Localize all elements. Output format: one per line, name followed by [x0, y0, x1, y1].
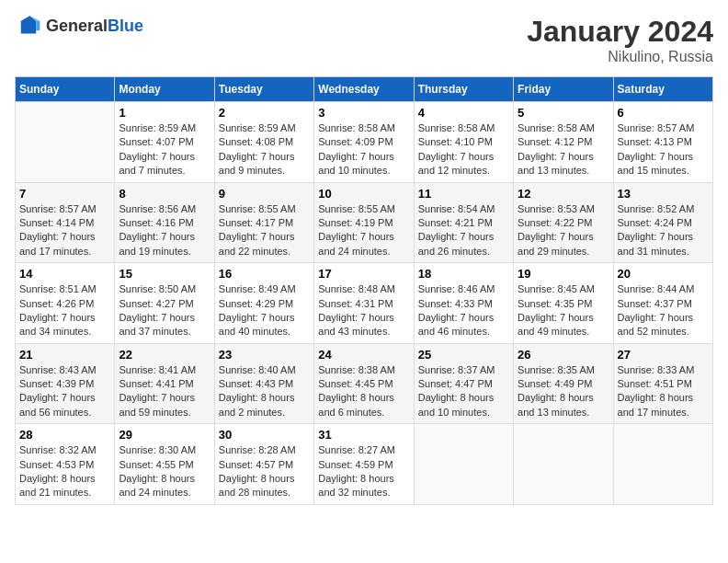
day-number: 26	[518, 348, 609, 362]
week-row-3: 14 Sunrise: 8:51 AM Sunset: 4:26 PM Dayl…	[16, 263, 713, 344]
day-detail: Sunrise: 8:41 AM Sunset: 4:41 PM Dayligh…	[119, 363, 210, 420]
day-cell: 15 Sunrise: 8:50 AM Sunset: 4:27 PM Dayl…	[115, 263, 214, 344]
day-number: 24	[318, 348, 409, 362]
logo-text: GeneralBlue	[46, 17, 143, 36]
weekday-friday: Friday	[514, 77, 613, 102]
day-cell: 26 Sunrise: 8:35 AM Sunset: 4:49 PM Dayl…	[514, 343, 613, 424]
weekday-tuesday: Tuesday	[214, 77, 313, 102]
day-detail: Sunrise: 8:54 AM Sunset: 4:21 PM Dayligh…	[418, 202, 509, 259]
day-number: 12	[518, 187, 609, 201]
day-number: 1	[119, 106, 210, 120]
day-cell: 9 Sunrise: 8:55 AM Sunset: 4:17 PM Dayli…	[214, 182, 313, 263]
day-cell: 11 Sunrise: 8:54 AM Sunset: 4:21 PM Dayl…	[414, 182, 513, 263]
day-number: 29	[119, 428, 210, 442]
day-detail: Sunrise: 8:49 AM Sunset: 4:29 PM Dayligh…	[219, 282, 310, 339]
day-detail: Sunrise: 8:51 AM Sunset: 4:26 PM Dayligh…	[19, 282, 110, 339]
day-detail: Sunrise: 8:46 AM Sunset: 4:33 PM Dayligh…	[418, 282, 509, 339]
day-cell: 25 Sunrise: 8:37 AM Sunset: 4:47 PM Dayl…	[414, 343, 513, 424]
day-detail: Sunrise: 8:30 AM Sunset: 4:55 PM Dayligh…	[119, 443, 210, 500]
day-detail: Sunrise: 8:59 AM Sunset: 4:08 PM Dayligh…	[219, 121, 310, 178]
day-detail: Sunrise: 8:37 AM Sunset: 4:47 PM Dayligh…	[418, 363, 509, 420]
day-cell	[514, 424, 613, 505]
svg-marker-2	[36, 21, 40, 30]
day-cell: 22 Sunrise: 8:41 AM Sunset: 4:41 PM Dayl…	[115, 343, 214, 424]
title-area: January 2024 Nikulino, Russia	[527, 15, 713, 65]
day-detail: Sunrise: 8:44 AM Sunset: 4:37 PM Dayligh…	[618, 282, 709, 339]
header: GeneralBlue January 2024 Nikulino, Russi…	[15, 15, 713, 65]
location-title: Nikulino, Russia	[527, 49, 713, 65]
day-cell: 3 Sunrise: 8:58 AM Sunset: 4:09 PM Dayli…	[314, 102, 414, 183]
day-detail: Sunrise: 8:28 AM Sunset: 4:57 PM Dayligh…	[219, 443, 310, 500]
day-cell: 18 Sunrise: 8:46 AM Sunset: 4:33 PM Dayl…	[414, 263, 513, 344]
day-detail: Sunrise: 8:33 AM Sunset: 4:51 PM Dayligh…	[618, 363, 709, 420]
day-cell: 13 Sunrise: 8:52 AM Sunset: 4:24 PM Dayl…	[613, 182, 712, 263]
day-number: 21	[19, 348, 110, 362]
day-cell: 12 Sunrise: 8:53 AM Sunset: 4:22 PM Dayl…	[514, 182, 613, 263]
day-number: 7	[19, 187, 110, 201]
day-number: 15	[119, 267, 210, 281]
day-cell: 20 Sunrise: 8:44 AM Sunset: 4:37 PM Dayl…	[613, 263, 712, 344]
day-detail: Sunrise: 8:55 AM Sunset: 4:17 PM Dayligh…	[219, 202, 310, 259]
day-cell: 16 Sunrise: 8:49 AM Sunset: 4:29 PM Dayl…	[214, 263, 313, 344]
day-detail: Sunrise: 8:52 AM Sunset: 4:24 PM Dayligh…	[618, 202, 709, 259]
day-detail: Sunrise: 8:27 AM Sunset: 4:59 PM Dayligh…	[318, 443, 409, 500]
weekday-thursday: Thursday	[414, 77, 513, 102]
day-detail: Sunrise: 8:58 AM Sunset: 4:12 PM Dayligh…	[518, 121, 609, 178]
day-number: 22	[119, 348, 210, 362]
day-number: 5	[518, 106, 609, 120]
day-cell: 31 Sunrise: 8:27 AM Sunset: 4:59 PM Dayl…	[314, 424, 414, 505]
day-detail: Sunrise: 8:35 AM Sunset: 4:49 PM Dayligh…	[518, 363, 609, 420]
day-number: 2	[219, 106, 310, 120]
day-detail: Sunrise: 8:59 AM Sunset: 4:07 PM Dayligh…	[119, 121, 210, 178]
day-cell: 17 Sunrise: 8:48 AM Sunset: 4:31 PM Dayl…	[314, 263, 414, 344]
day-detail: Sunrise: 8:56 AM Sunset: 4:16 PM Dayligh…	[119, 202, 210, 259]
day-number: 18	[418, 267, 509, 281]
weekday-wednesday: Wednesday	[314, 77, 414, 102]
day-detail: Sunrise: 8:32 AM Sunset: 4:53 PM Dayligh…	[19, 443, 110, 500]
logo: GeneralBlue	[15, 15, 143, 37]
day-cell: 10 Sunrise: 8:55 AM Sunset: 4:19 PM Dayl…	[314, 182, 414, 263]
day-detail: Sunrise: 8:57 AM Sunset: 4:13 PM Dayligh…	[618, 121, 709, 178]
day-number: 16	[219, 267, 310, 281]
day-cell	[16, 102, 115, 183]
day-cell: 4 Sunrise: 8:58 AM Sunset: 4:10 PM Dayli…	[414, 102, 513, 183]
day-cell	[613, 424, 712, 505]
day-cell: 19 Sunrise: 8:45 AM Sunset: 4:35 PM Dayl…	[514, 263, 613, 344]
day-number: 10	[318, 187, 409, 201]
day-detail: Sunrise: 8:50 AM Sunset: 4:27 PM Dayligh…	[119, 282, 210, 339]
day-detail: Sunrise: 8:48 AM Sunset: 4:31 PM Dayligh…	[318, 282, 409, 339]
day-cell: 5 Sunrise: 8:58 AM Sunset: 4:12 PM Dayli…	[514, 102, 613, 183]
week-row-1: 1 Sunrise: 8:59 AM Sunset: 4:07 PM Dayli…	[16, 102, 713, 183]
day-number: 30	[219, 428, 310, 442]
day-detail: Sunrise: 8:53 AM Sunset: 4:22 PM Dayligh…	[518, 202, 609, 259]
day-number: 6	[618, 106, 709, 120]
day-detail: Sunrise: 8:58 AM Sunset: 4:10 PM Dayligh…	[418, 121, 509, 178]
day-number: 19	[518, 267, 609, 281]
weekday-monday: Monday	[115, 77, 214, 102]
day-cell: 1 Sunrise: 8:59 AM Sunset: 4:07 PM Dayli…	[115, 102, 214, 183]
day-detail: Sunrise: 8:57 AM Sunset: 4:14 PM Dayligh…	[19, 202, 110, 259]
day-cell: 23 Sunrise: 8:40 AM Sunset: 4:43 PM Dayl…	[214, 343, 313, 424]
day-cell: 7 Sunrise: 8:57 AM Sunset: 4:14 PM Dayli…	[16, 182, 115, 263]
week-row-5: 28 Sunrise: 8:32 AM Sunset: 4:53 PM Dayl…	[16, 424, 713, 505]
day-number: 20	[618, 267, 709, 281]
day-number: 28	[19, 428, 110, 442]
day-number: 14	[19, 267, 110, 281]
day-number: 17	[318, 267, 409, 281]
week-row-2: 7 Sunrise: 8:57 AM Sunset: 4:14 PM Dayli…	[16, 182, 713, 263]
day-number: 23	[219, 348, 310, 362]
calendar-table: SundayMondayTuesdayWednesdayThursdayFrid…	[15, 76, 713, 505]
weekday-saturday: Saturday	[613, 77, 712, 102]
day-number: 27	[618, 348, 709, 362]
day-cell: 2 Sunrise: 8:59 AM Sunset: 4:08 PM Dayli…	[214, 102, 313, 183]
week-row-4: 21 Sunrise: 8:43 AM Sunset: 4:39 PM Dayl…	[16, 343, 713, 424]
weekday-sunday: Sunday	[16, 77, 115, 102]
day-detail: Sunrise: 8:38 AM Sunset: 4:45 PM Dayligh…	[318, 363, 409, 420]
day-number: 9	[219, 187, 310, 201]
weekday-header-row: SundayMondayTuesdayWednesdayThursdayFrid…	[16, 77, 713, 102]
calendar-body: 1 Sunrise: 8:59 AM Sunset: 4:07 PM Dayli…	[16, 102, 713, 505]
day-detail: Sunrise: 8:43 AM Sunset: 4:39 PM Dayligh…	[19, 363, 110, 420]
day-number: 11	[418, 187, 509, 201]
day-detail: Sunrise: 8:45 AM Sunset: 4:35 PM Dayligh…	[518, 282, 609, 339]
day-number: 13	[618, 187, 709, 201]
